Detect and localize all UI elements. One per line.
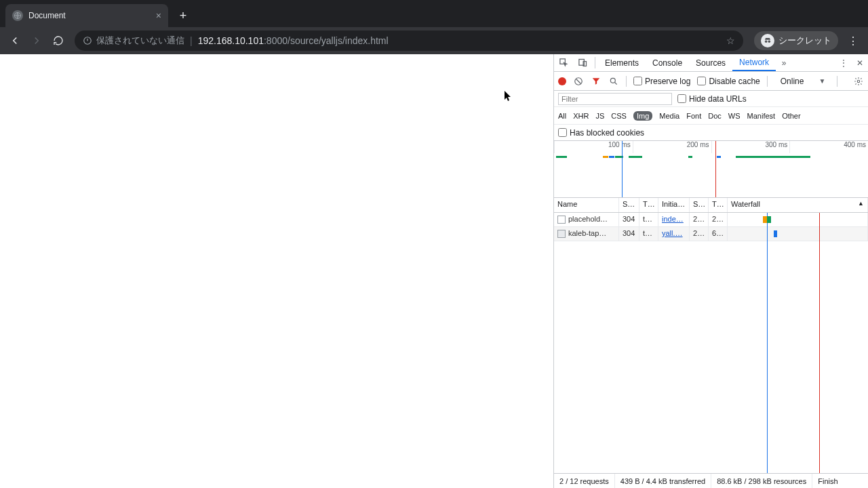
svg-point-3 — [768, 40, 771, 43]
globe-icon — [12, 10, 23, 21]
svg-point-2 — [765, 40, 768, 43]
col-waterfall[interactable]: Waterfall▲ — [728, 198, 868, 212]
col-time[interactable]: T… — [709, 198, 728, 212]
network-table-header: Name S… T… Initia… S… T… Waterfall▲ — [554, 198, 868, 213]
bookmark-star-icon[interactable]: ☆ — [726, 35, 735, 46]
devtools-panel: Elements Console Sources Network » ⋮ ✕ P… — [553, 54, 868, 488]
search-icon[interactable] — [608, 76, 619, 87]
gear-icon[interactable] — [853, 76, 864, 87]
browser-menu-button[interactable]: ⋮ — [844, 31, 863, 50]
record-button[interactable] — [558, 77, 566, 85]
throttle-select[interactable]: Online▼ — [776, 75, 831, 87]
status-finish: Finish — [812, 474, 843, 488]
incognito-icon — [761, 34, 774, 47]
hide-data-urls-checkbox[interactable]: Hide data URLs — [677, 94, 747, 104]
cursor-icon — [505, 91, 513, 102]
devtools-menu-icon[interactable]: ⋮ — [835, 54, 852, 71]
filter-input[interactable] — [558, 93, 672, 105]
tab-elements[interactable]: Elements — [598, 54, 646, 71]
type-media[interactable]: Media — [659, 112, 679, 120]
col-initiator[interactable]: Initia… — [658, 198, 690, 212]
preserve-log-checkbox[interactable]: Preserve log — [633, 77, 690, 86]
status-transferred: 439 B / 4.4 kB transferred — [615, 474, 711, 488]
type-font[interactable]: Font — [686, 112, 701, 120]
status-bar: 2 / 12 requests 439 B / 4.4 kB transferr… — [554, 473, 868, 488]
type-js[interactable]: JS — [595, 112, 604, 120]
type-manifest[interactable]: Manifest — [747, 112, 776, 120]
tabs-overflow-icon[interactable]: » — [776, 54, 792, 71]
file-icon — [557, 230, 566, 238]
page-content — [0, 54, 553, 488]
insecure-warning: 保護されていない通信 — [83, 35, 184, 47]
type-img[interactable]: Img — [633, 111, 652, 121]
sort-asc-icon: ▲ — [858, 200, 864, 207]
inspect-icon[interactable] — [554, 54, 573, 71]
col-size[interactable]: S… — [690, 198, 709, 212]
col-name[interactable]: Name — [554, 198, 619, 212]
tab-console[interactable]: Console — [646, 54, 689, 71]
tab-bar: Document × + — [0, 0, 868, 27]
col-type[interactable]: T… — [639, 198, 658, 212]
disable-cache-checkbox[interactable]: Disable cache — [697, 77, 760, 86]
url-text: 192.168.10.101:8000/source/yalljs/index.… — [198, 35, 389, 46]
close-tab-icon[interactable]: × — [156, 10, 161, 21]
type-doc[interactable]: Doc — [708, 112, 722, 120]
network-table-body: placehold… 304 t… inde… 2… 2… kaleb-tap…… — [554, 213, 868, 473]
filter-icon[interactable] — [591, 76, 601, 87]
tab-sources[interactable]: Sources — [689, 54, 732, 71]
tab-title: Document — [28, 11, 66, 20]
type-all[interactable]: All — [558, 112, 566, 120]
forward-button[interactable] — [27, 31, 46, 50]
clear-icon[interactable] — [573, 76, 584, 87]
type-xhr[interactable]: XHR — [573, 112, 589, 120]
tab-network[interactable]: Network — [732, 54, 776, 71]
type-other[interactable]: Other — [782, 112, 801, 120]
type-ws[interactable]: WS — [728, 112, 741, 120]
browser-tab[interactable]: Document × — [5, 4, 168, 27]
type-css[interactable]: CSS — [611, 112, 627, 120]
address-bar: 保護されていない通信 | 192.168.10.101:8000/source/… — [0, 27, 868, 54]
waterfall-area — [728, 213, 868, 473]
blocked-cookies-checkbox[interactable]: Has blocked cookies — [558, 128, 644, 138]
reload-button[interactable] — [49, 31, 68, 50]
svg-point-8 — [610, 78, 615, 83]
devtools-tabs: Elements Console Sources Network » ⋮ ✕ — [554, 54, 868, 72]
new-tab-button[interactable]: + — [174, 6, 193, 25]
svg-point-9 — [857, 80, 860, 83]
incognito-badge[interactable]: シークレット — [754, 31, 838, 50]
device-toggle-icon[interactable] — [573, 54, 592, 71]
status-resources: 88.6 kB / 298 kB resources — [711, 474, 812, 488]
devtools-close-icon[interactable]: ✕ — [852, 54, 868, 71]
status-requests: 2 / 12 requests — [554, 474, 615, 488]
chevron-down-icon: ▼ — [818, 77, 825, 85]
network-toolbar: Preserve log Disable cache Online▼ — [554, 72, 868, 91]
omnibox[interactable]: 保護されていない通信 | 192.168.10.101:8000/source/… — [75, 30, 743, 51]
back-button[interactable] — [5, 31, 24, 50]
col-status[interactable]: S… — [619, 198, 639, 212]
timeline-overview[interactable]: 100 ms 200 ms 300 ms 400 ms — [554, 141, 868, 198]
file-icon — [557, 216, 566, 224]
resource-type-filter: All XHR JS CSS Img Media Font Doc WS Man… — [554, 107, 868, 125]
